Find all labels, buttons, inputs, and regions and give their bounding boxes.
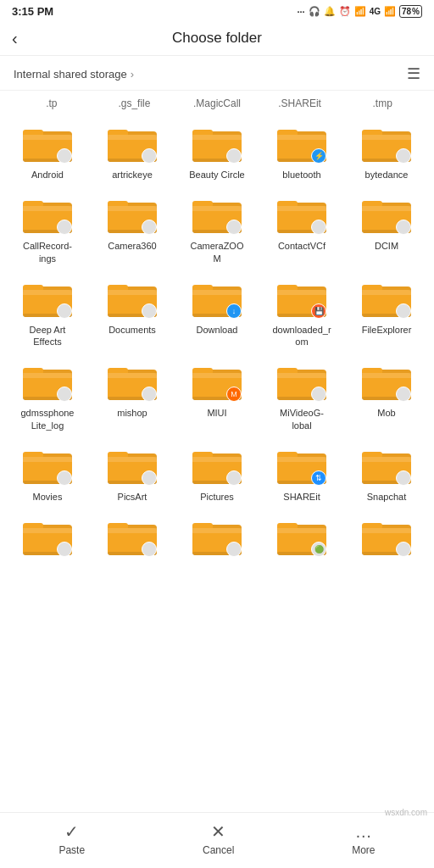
dotfile-item[interactable]: .MagicCall: [175, 97, 259, 109]
folder-name: Camera360: [108, 240, 156, 252]
folder-item[interactable]: artrickeye: [92, 118, 173, 184]
svg-rect-106: [192, 373, 242, 378]
back-button[interactable]: ‹: [12, 29, 18, 48]
svg-rect-58: [362, 206, 411, 211]
folder-badge: [226, 148, 242, 164]
folder-item[interactable]: MMIUI: [176, 356, 258, 435]
folder-name: Download: [197, 324, 238, 336]
folder-badge: [396, 148, 411, 164]
folder-item[interactable]: Movies: [7, 440, 88, 506]
folder-icon-wrap: [21, 359, 74, 403]
folder-item[interactable]: 💾downloaded_r om: [261, 273, 342, 352]
folder-badge: [142, 470, 157, 486]
folder-badge: [396, 470, 411, 486]
folder-icon-wrap: M: [191, 359, 243, 403]
folder-icon-wrap: [21, 443, 74, 487]
folder-item[interactable]: [7, 511, 88, 565]
folder-item[interactable]: Mob: [346, 356, 427, 435]
svg-rect-28: [362, 135, 411, 140]
svg-rect-52: [277, 206, 326, 211]
folder-item[interactable]: ContactVCf: [261, 189, 342, 268]
signal-icon: 📶: [354, 6, 366, 17]
cancel-button[interactable]: ✕ Cancel: [203, 821, 234, 856]
dotfile-item[interactable]: .gs_file: [93, 97, 176, 109]
svg-rect-82: [277, 290, 326, 295]
svg-rect-124: [23, 457, 72, 462]
folder-item[interactable]: ⚡bluetooth: [261, 118, 342, 184]
folder-icon-wrap: [191, 121, 243, 165]
dotfile-item[interactable]: .SHAREit: [259, 97, 342, 109]
breadcrumb-label: Internal shared storage: [14, 68, 127, 81]
folder-icon-wrap: [360, 359, 413, 403]
svg-rect-112: [277, 373, 326, 378]
folder-name: Deep Art Effects: [17, 324, 78, 348]
folder-icon-wrap: [360, 192, 413, 236]
menu-icon[interactable]: ☰: [407, 64, 420, 83]
folder-item[interactable]: CallRecord- ings: [7, 189, 88, 268]
header: ‹ Choose folder: [0, 21, 434, 56]
folder-icon-wrap: [106, 515, 159, 559]
folder-item[interactable]: bytedance: [346, 118, 427, 184]
svg-rect-148: [362, 457, 411, 462]
folder-badge: [57, 303, 72, 319]
svg-rect-76: [192, 290, 242, 295]
folder-name: Snapchat: [367, 491, 406, 503]
folder-badge: [226, 470, 242, 486]
folder-item[interactable]: [346, 511, 427, 565]
svg-rect-178: [362, 528, 411, 533]
folder-item[interactable]: Pictures: [176, 440, 258, 506]
more-button[interactable]: … More: [352, 822, 375, 856]
svg-rect-16: [192, 135, 242, 140]
folder-icon-wrap: [106, 276, 159, 320]
status-bar: 3:15 PM ··· 🎧 🔔 ⏰ 📶 4G 📶 78 %: [0, 0, 434, 21]
folder-icon-wrap: [275, 192, 328, 236]
folder-item[interactable]: FileExplorer: [346, 273, 427, 352]
folder-item[interactable]: 🟢: [261, 511, 342, 565]
folder-item[interactable]: Android: [7, 118, 88, 184]
folder-icon-wrap: ⚡: [275, 121, 328, 165]
folder-item[interactable]: PicsArt: [92, 440, 173, 506]
dotfile-item[interactable]: .tp: [10, 97, 93, 109]
folder-item[interactable]: Snapchat: [346, 440, 427, 506]
folder-item[interactable]: [176, 511, 258, 565]
folder-grid-wrapper: .tp.gs_file.MagicCall.SHAREit.tmp Androi…: [0, 91, 434, 638]
folder-name: Pictures: [200, 491, 234, 503]
folder-name: MiVideoG- lobal: [271, 407, 332, 431]
folder-name: DCIM: [375, 240, 398, 252]
dotfile-item[interactable]: .tmp: [341, 97, 424, 109]
folder-item[interactable]: Documents: [92, 273, 173, 352]
folder-item[interactable]: ↓Download: [176, 273, 258, 352]
svg-rect-40: [108, 206, 157, 211]
folder-item[interactable]: ⇅SHAREit: [261, 440, 342, 506]
page-title: Choose folder: [172, 30, 262, 47]
folder-item[interactable]: [92, 511, 173, 565]
folder-item[interactable]: mishop: [92, 356, 173, 435]
folder-item[interactable]: Deep Art Effects: [7, 273, 88, 352]
folder-name: bytedance: [365, 169, 409, 181]
headphone-icon: 🎧: [309, 6, 320, 17]
folder-item[interactable]: Beauty Circle: [176, 118, 258, 184]
folder-icon-wrap: [21, 515, 74, 559]
folder-badge: ⇅: [311, 470, 326, 486]
dotfiles-row: .tp.gs_file.MagicCall.SHAREit.tmp: [7, 94, 427, 113]
folder-item[interactable]: Camera360: [92, 189, 173, 268]
folder-icon-wrap: [360, 276, 413, 320]
more-label: More: [352, 844, 375, 856]
status-icons: ··· 🎧 🔔 ⏰ 📶 4G 📶 78 %: [297, 5, 422, 18]
folder-name: Movies: [33, 491, 63, 503]
folder-badge: [57, 470, 72, 486]
folder-item[interactable]: CameraZOOM: [176, 189, 258, 268]
svg-rect-118: [362, 373, 411, 378]
paste-icon: ✓: [64, 821, 79, 842]
folder-name: Mob: [377, 407, 395, 419]
folder-badge: [396, 303, 411, 319]
breadcrumb-path[interactable]: Internal shared storage ›: [14, 68, 134, 81]
folder-item[interactable]: gdmssphone Lite_log: [7, 356, 88, 435]
dots-icon: ···: [297, 7, 304, 17]
folder-item[interactable]: MiVideoG- lobal: [261, 356, 342, 435]
folder-item[interactable]: DCIM: [346, 189, 427, 268]
svg-rect-10: [108, 135, 157, 140]
svg-rect-136: [192, 457, 242, 462]
folder-icon-wrap: [191, 443, 243, 487]
paste-button[interactable]: ✓ Paste: [58, 821, 85, 856]
